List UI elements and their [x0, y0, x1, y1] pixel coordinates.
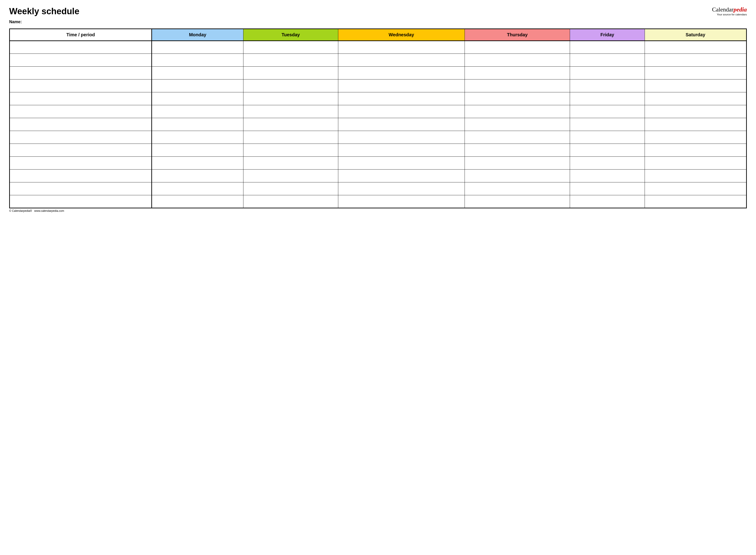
schedule-cell[interactable] — [464, 144, 570, 157]
schedule-cell[interactable] — [338, 118, 464, 131]
schedule-cell[interactable] — [644, 41, 746, 54]
schedule-cell[interactable] — [152, 157, 243, 170]
schedule-cell[interactable] — [243, 67, 338, 80]
schedule-cell[interactable] — [152, 182, 243, 195]
schedule-cell[interactable] — [338, 80, 464, 92]
schedule-cell[interactable] — [152, 195, 243, 208]
table-row — [10, 67, 747, 80]
schedule-cell[interactable] — [243, 80, 338, 92]
schedule-cell[interactable] — [570, 54, 644, 67]
schedule-cell[interactable] — [644, 157, 746, 170]
schedule-cell[interactable] — [570, 144, 644, 157]
schedule-cell[interactable] — [464, 80, 570, 92]
schedule-cell[interactable] — [464, 92, 570, 105]
schedule-cell[interactable] — [570, 118, 644, 131]
schedule-cell[interactable] — [152, 118, 243, 131]
time-cell[interactable] — [10, 105, 152, 118]
brand-logo-text: Calendarpedia — [712, 6, 747, 13]
schedule-cell[interactable] — [338, 131, 464, 144]
schedule-cell[interactable] — [243, 131, 338, 144]
schedule-cell[interactable] — [644, 92, 746, 105]
time-cell[interactable] — [10, 54, 152, 67]
schedule-cell[interactable] — [338, 170, 464, 182]
schedule-cell[interactable] — [338, 105, 464, 118]
schedule-cell[interactable] — [243, 144, 338, 157]
schedule-cell[interactable] — [243, 182, 338, 195]
schedule-cell[interactable] — [644, 195, 746, 208]
schedule-cell[interactable] — [570, 182, 644, 195]
schedule-cell[interactable] — [243, 157, 338, 170]
schedule-cell[interactable] — [464, 54, 570, 67]
schedule-cell[interactable] — [570, 105, 644, 118]
time-cell[interactable] — [10, 92, 152, 105]
schedule-cell[interactable] — [644, 105, 746, 118]
schedule-cell[interactable] — [464, 105, 570, 118]
schedule-cell[interactable] — [570, 67, 644, 80]
schedule-cell[interactable] — [243, 41, 338, 54]
schedule-cell[interactable] — [152, 54, 243, 67]
schedule-cell[interactable] — [644, 80, 746, 92]
schedule-cell[interactable] — [152, 92, 243, 105]
time-cell[interactable] — [10, 131, 152, 144]
schedule-cell[interactable] — [152, 131, 243, 144]
table-row — [10, 195, 747, 208]
schedule-cell[interactable] — [338, 144, 464, 157]
schedule-cell[interactable] — [152, 80, 243, 92]
schedule-cell[interactable] — [338, 41, 464, 54]
schedule-cell[interactable] — [152, 67, 243, 80]
time-cell[interactable] — [10, 67, 152, 80]
schedule-cell[interactable] — [464, 157, 570, 170]
schedule-cell[interactable] — [570, 80, 644, 92]
footer-url: www.calendarpedia.com — [34, 209, 64, 212]
schedule-cell[interactable] — [644, 54, 746, 67]
table-row — [10, 170, 747, 182]
schedule-cell[interactable] — [570, 131, 644, 144]
schedule-cell[interactable] — [570, 170, 644, 182]
time-cell[interactable] — [10, 144, 152, 157]
schedule-cell[interactable] — [570, 92, 644, 105]
schedule-cell[interactable] — [570, 41, 644, 54]
schedule-cell[interactable] — [570, 195, 644, 208]
time-cell[interactable] — [10, 80, 152, 92]
schedule-cell[interactable] — [464, 41, 570, 54]
schedule-cell[interactable] — [464, 195, 570, 208]
schedule-cell[interactable] — [644, 67, 746, 80]
schedule-cell[interactable] — [243, 195, 338, 208]
brand-tagline: Your source for calendars — [712, 13, 747, 16]
schedule-cell[interactable] — [152, 144, 243, 157]
schedule-cell[interactable] — [243, 118, 338, 131]
schedule-cell[interactable] — [243, 105, 338, 118]
schedule-cell[interactable] — [243, 92, 338, 105]
time-cell[interactable] — [10, 157, 152, 170]
time-cell[interactable] — [10, 195, 152, 208]
brand-logo: Calendarpedia Your source for calendars — [712, 6, 747, 16]
schedule-cell[interactable] — [338, 195, 464, 208]
day-header-friday: Friday — [570, 29, 644, 41]
footer: © Calendarpedia® www.calendarpedia.com — [9, 209, 747, 212]
schedule-cell[interactable] — [338, 182, 464, 195]
time-cell[interactable] — [10, 170, 152, 182]
time-cell[interactable] — [10, 118, 152, 131]
schedule-cell[interactable] — [338, 67, 464, 80]
schedule-cell[interactable] — [338, 157, 464, 170]
schedule-cell[interactable] — [464, 131, 570, 144]
schedule-cell[interactable] — [152, 105, 243, 118]
time-cell[interactable] — [10, 182, 152, 195]
schedule-cell[interactable] — [464, 182, 570, 195]
schedule-cell[interactable] — [464, 118, 570, 131]
schedule-cell[interactable] — [243, 54, 338, 67]
schedule-cell[interactable] — [152, 170, 243, 182]
schedule-cell[interactable] — [644, 170, 746, 182]
schedule-cell[interactable] — [338, 92, 464, 105]
schedule-cell[interactable] — [644, 118, 746, 131]
schedule-cell[interactable] — [644, 131, 746, 144]
schedule-cell[interactable] — [644, 144, 746, 157]
schedule-cell[interactable] — [570, 157, 644, 170]
time-cell[interactable] — [10, 41, 152, 54]
schedule-cell[interactable] — [464, 67, 570, 80]
schedule-cell[interactable] — [243, 170, 338, 182]
schedule-cell[interactable] — [644, 182, 746, 195]
schedule-cell[interactable] — [152, 41, 243, 54]
schedule-cell[interactable] — [338, 54, 464, 67]
schedule-cell[interactable] — [464, 170, 570, 182]
